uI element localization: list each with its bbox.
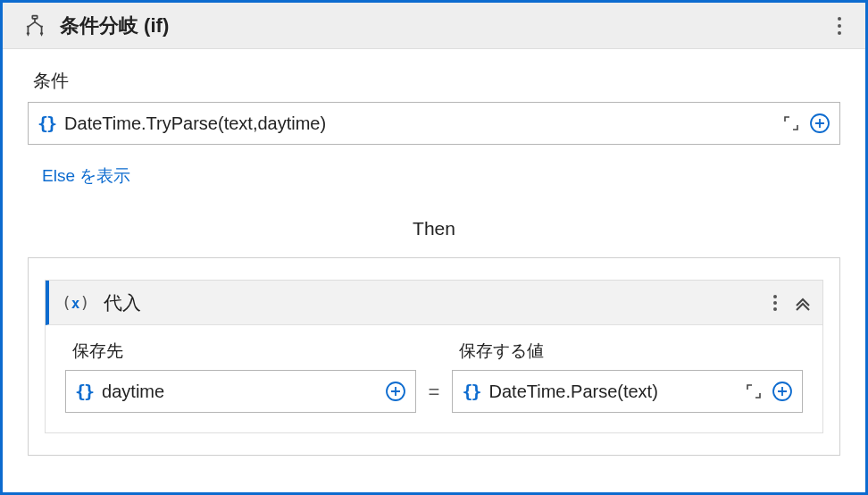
assign-to-value: daytime xyxy=(102,382,379,402)
then-container: (x) 代入 xyxy=(28,257,840,456)
if-title: 条件分岐 (if) xyxy=(60,13,826,39)
assign-to-label: 保存先 xyxy=(72,340,416,363)
more-menu-button[interactable] xyxy=(826,16,853,36)
assign-value-expression: DateTime.Parse(text) xyxy=(489,382,738,402)
condition-expression: DateTime.TryParse(text,daytime) xyxy=(64,113,775,134)
condition-input[interactable]: {} DateTime.TryParse(text,daytime) xyxy=(28,102,840,145)
collapse-button[interactable] xyxy=(794,295,812,311)
add-button[interactable] xyxy=(807,111,832,136)
assign-to-input[interactable]: {} daytime xyxy=(65,370,416,413)
expression-icon: {} xyxy=(75,381,93,402)
assign-title: 代入 xyxy=(104,290,772,315)
variable-icon: (x) xyxy=(62,293,89,312)
svg-point-6 xyxy=(773,301,777,305)
add-button[interactable] xyxy=(383,379,408,404)
expand-editor-button[interactable] xyxy=(741,379,766,404)
assign-activity-card: (x) 代入 xyxy=(45,280,823,433)
expression-icon: {} xyxy=(38,113,55,134)
assign-header: (x) 代入 xyxy=(46,281,822,325)
assign-to-column: 保存先 {} daytime xyxy=(65,338,416,413)
show-else-link[interactable]: Else を表示 xyxy=(42,164,130,188)
equals-sign: = xyxy=(425,381,444,413)
assign-value-column: 保存する値 {} DateTime.Parse(text) xyxy=(452,338,803,413)
if-body: 条件 {} DateTime.TryParse(text,daytime) El… xyxy=(3,49,865,474)
svg-rect-0 xyxy=(32,15,37,18)
if-header: 条件分岐 (if) xyxy=(3,3,865,49)
svg-point-1 xyxy=(838,17,841,21)
condition-label: 条件 xyxy=(33,69,840,93)
expand-editor-button[interactable] xyxy=(779,111,804,136)
if-activity-card: 条件分岐 (if) 条件 {} DateTime.TryParse(text,d… xyxy=(0,0,868,495)
svg-point-7 xyxy=(773,307,777,311)
then-label: Then xyxy=(28,218,840,239)
expression-icon: {} xyxy=(462,381,480,402)
assign-value-label: 保存する値 xyxy=(459,340,803,363)
assign-value-input[interactable]: {} DateTime.Parse(text) xyxy=(452,370,803,413)
branch-icon xyxy=(21,14,49,38)
add-button[interactable] xyxy=(770,379,795,404)
assign-body: 保存先 {} daytime = 保存 xyxy=(46,325,822,432)
svg-point-2 xyxy=(838,24,841,28)
svg-point-3 xyxy=(838,31,841,35)
assign-more-menu-button[interactable] xyxy=(772,294,778,312)
svg-point-5 xyxy=(773,295,777,298)
